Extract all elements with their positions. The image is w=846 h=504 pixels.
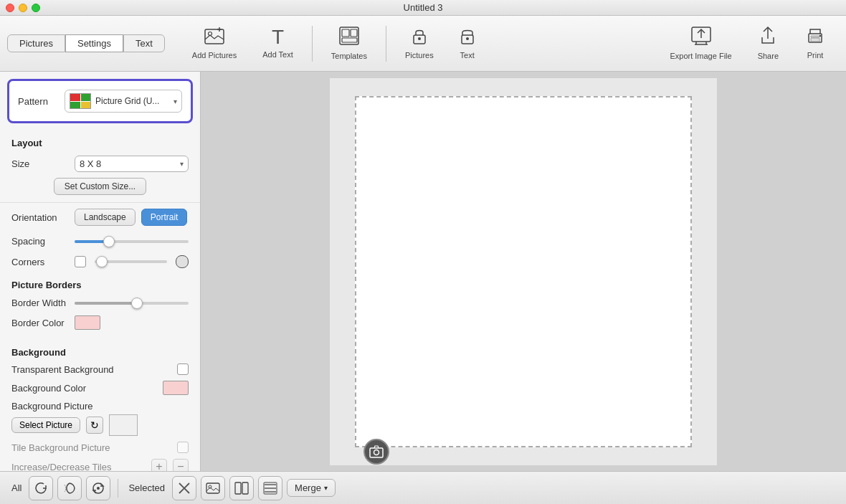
size-select[interactable]: 8 X 8 ▾ [75, 156, 189, 172]
bg-color-swatch[interactable] [163, 381, 189, 395]
spacing-slider-thumb[interactable] [103, 236, 115, 247]
pattern-select[interactable]: Picture Grid (U... ▾ [65, 90, 182, 113]
export-label: Export Image File [670, 52, 731, 61]
corners-label: Corners [11, 257, 69, 267]
tab-pictures[interactable]: Pictures [7, 34, 65, 52]
size-chevron-icon: ▾ [180, 160, 184, 168]
size-row: Size 8 X 8 ▾ [11, 156, 189, 172]
all-label: All [11, 482, 22, 493]
merge-chevron-icon: ▾ [324, 484, 328, 492]
tile-row: Tile Background Picture [0, 439, 200, 456]
svg-point-23 [97, 487, 100, 490]
bg-picture-thumbnail [109, 414, 138, 436]
svg-point-22 [374, 450, 379, 455]
export-icon [690, 26, 712, 49]
background-title: Background [0, 340, 200, 361]
pattern-chevron-icon: ▾ [174, 98, 177, 105]
border-width-label: Border Width [11, 298, 69, 308]
tile-checkbox[interactable] [177, 442, 189, 453]
landscape-button[interactable]: Landscape [75, 209, 136, 226]
add-pictures-icon [204, 27, 225, 48]
print-icon [804, 27, 826, 48]
bg-color-row: Background Color [0, 378, 200, 398]
window-title: Untitled 3 [404, 2, 443, 13]
increase-tiles-button[interactable]: + [151, 459, 167, 471]
export-group[interactable]: Export Image File [657, 26, 744, 61]
rotate-all-button[interactable] [29, 476, 53, 500]
svg-point-9 [418, 37, 421, 40]
text-lock-group[interactable]: Text [447, 27, 488, 60]
canvas-page[interactable] [355, 96, 692, 447]
pattern-row: Pattern Picture Grid (U... ▾ [18, 90, 182, 113]
pattern-grid-icon [70, 93, 91, 109]
merge-label: Merge [295, 482, 321, 493]
bg-picture-row: Background Picture Select Picture ↻ [0, 398, 200, 439]
templates-group[interactable]: Templates [318, 26, 380, 61]
add-text-label: Add Text [262, 50, 293, 60]
canvas-photo-icon[interactable] [363, 439, 389, 465]
toolbar-tabs: Pictures Settings Text [7, 34, 165, 52]
border-color-label: Border Color [11, 318, 69, 328]
print-group[interactable]: Print [792, 27, 839, 60]
close-button[interactable] [6, 4, 14, 12]
text-lock-label: Text [460, 51, 475, 60]
add-pictures-group[interactable]: Add Pictures [179, 27, 249, 60]
decrease-tiles-button[interactable]: − [173, 459, 189, 471]
split-selected-button[interactable] [229, 476, 254, 500]
align-selected-button[interactable] [258, 476, 282, 500]
corners-row: Corners [0, 251, 200, 272]
svg-rect-5 [342, 29, 349, 37]
svg-rect-28 [235, 482, 241, 494]
corners-checkbox[interactable] [75, 256, 86, 267]
add-text-group[interactable]: T Add Text [249, 27, 306, 60]
pattern-select-text: Picture Grid (U... [95, 96, 169, 106]
selected-label: Selected [128, 482, 165, 493]
corners-slider[interactable] [95, 260, 167, 263]
transparent-bg-row: Transparent Background [0, 361, 200, 378]
border-width-slider[interactable] [75, 302, 189, 305]
text-lock-icon [460, 27, 475, 48]
svg-rect-19 [811, 36, 819, 37]
spacing-row: Spacing [0, 232, 200, 251]
spacing-slider[interactable] [75, 240, 189, 243]
merge-button[interactable]: Merge ▾ [287, 479, 336, 497]
transparent-bg-checkbox[interactable] [177, 363, 189, 375]
pattern-label: Pattern [18, 96, 57, 107]
share-group[interactable]: Share [745, 26, 792, 61]
title-bar: Untitled 3 [0, 0, 846, 16]
corners-slider-thumb[interactable] [96, 256, 108, 267]
flip-all-button[interactable] [57, 476, 82, 500]
orientation-label: Orientation [11, 212, 69, 223]
transparent-bg-label: Transparent Background [11, 364, 171, 375]
tile-label: Tile Background Picture [11, 442, 171, 453]
size-value: 8 X 8 [80, 158, 101, 169]
pictures-lock-group[interactable]: Pictures [392, 27, 447, 60]
minimize-button[interactable] [19, 4, 27, 12]
border-width-slider-thumb[interactable] [131, 298, 143, 309]
toolbar-divider-1 [312, 26, 313, 62]
orientation-section: Orientation Landscape Portrait [0, 202, 200, 232]
tab-text[interactable]: Text [123, 34, 165, 52]
refresh-all-button[interactable] [86, 476, 110, 500]
main-content: Pattern Picture Grid (U... ▾ Layout Size… [0, 72, 846, 471]
traffic-lights [6, 4, 40, 12]
portrait-button[interactable]: Portrait [141, 209, 188, 226]
pattern-section: Pattern Picture Grid (U... ▾ [7, 79, 193, 123]
svg-rect-18 [811, 38, 819, 42]
tab-settings[interactable]: Settings [65, 34, 123, 52]
bottom-divider-1 [118, 479, 118, 498]
spacing-label: Spacing [11, 236, 69, 247]
corner-rounded-preview [176, 255, 189, 268]
print-label: Print [807, 51, 824, 60]
maximize-button[interactable] [32, 4, 40, 12]
border-color-swatch[interactable] [75, 315, 100, 330]
delete-selected-button[interactable] [172, 476, 196, 500]
custom-size-button[interactable]: Set Custom Size... [54, 178, 146, 195]
add-pictures-label: Add Pictures [192, 51, 237, 60]
svg-point-11 [466, 37, 469, 40]
toolbar-divider-2 [386, 26, 386, 62]
select-picture-button[interactable]: Select Picture [11, 417, 80, 433]
svg-rect-29 [242, 482, 248, 494]
rotate-button[interactable]: ↻ [86, 417, 103, 434]
picture-selected-button[interactable] [201, 476, 225, 500]
